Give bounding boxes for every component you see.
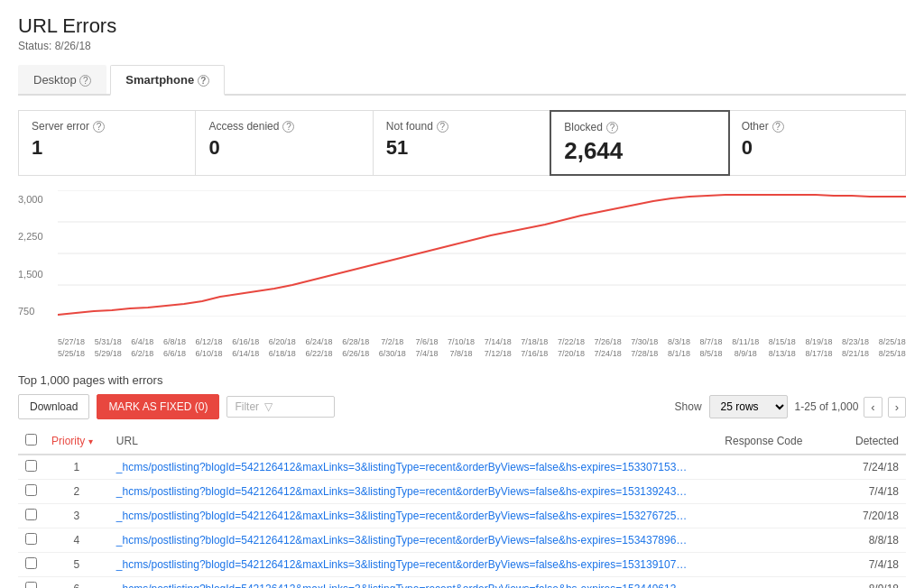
table-section: Top 1,000 pages with errors Download MAR… xyxy=(18,373,906,588)
page-status: Status: 8/26/18 xyxy=(18,40,906,52)
pagination-text: 1-25 of 1,000 xyxy=(795,400,859,413)
y-label-2250: 2,250 xyxy=(18,231,58,242)
row-checkbox-cell[interactable] xyxy=(18,455,44,480)
col-priority[interactable]: Priority ▾ xyxy=(44,428,109,455)
desktop-help-icon[interactable]: ? xyxy=(79,75,91,87)
other-value: 0 xyxy=(742,136,892,160)
other-label: Other xyxy=(742,120,769,133)
row-checkbox[interactable] xyxy=(25,582,37,588)
x-label: 8/11/188/9/18 xyxy=(732,336,759,359)
x-label: 6/24/186/22/18 xyxy=(305,336,332,359)
tabs-bar: Desktop ? Smartphone ? xyxy=(18,65,906,96)
row-checkbox[interactable] xyxy=(25,557,37,569)
row-priority: 3 xyxy=(44,504,109,528)
row-detected: 8/8/18 xyxy=(838,528,906,553)
y-label-1500: 1,500 xyxy=(18,269,58,280)
row-detected: 7/24/18 xyxy=(838,455,906,480)
metric-server-error[interactable]: Server error ? 1 xyxy=(19,111,196,175)
row-priority: 2 xyxy=(44,480,109,504)
select-all-checkbox[interactable] xyxy=(25,434,37,446)
row-checkbox-cell[interactable] xyxy=(18,528,44,553)
y-label-750: 750 xyxy=(18,306,58,317)
not-found-help-icon[interactable]: ? xyxy=(437,121,448,133)
x-label: 6/16/186/14/18 xyxy=(232,336,259,359)
table-header-row: Priority ▾ URL Response Code Detected xyxy=(18,428,906,455)
prev-page-button[interactable]: ‹ xyxy=(864,397,882,418)
row-response-code xyxy=(698,553,838,577)
row-priority: 4 xyxy=(44,528,109,553)
access-denied-help-icon[interactable]: ? xyxy=(282,121,294,133)
row-url[interactable]: _hcms/postlisting?blogId=542126412&maxLi… xyxy=(109,455,698,480)
filter-input-wrapper[interactable]: Filter ▽ xyxy=(226,396,335,418)
row-checkbox-cell[interactable] xyxy=(18,480,44,504)
page-container: URL Errors Status: 8/26/18 Desktop ? Sma… xyxy=(0,0,924,588)
row-priority: 1 xyxy=(44,455,109,480)
row-response-code xyxy=(698,528,838,553)
page-title: URL Errors xyxy=(18,14,906,38)
show-label: Show xyxy=(675,400,702,413)
x-label: 8/7/188/5/18 xyxy=(700,336,723,359)
table-row: 3 _hcms/postlisting?blogId=542126412&max… xyxy=(18,504,906,528)
row-detected: 7/20/18 xyxy=(838,504,906,528)
y-label-3000: 3,000 xyxy=(18,194,58,205)
not-found-label: Not found xyxy=(386,120,433,133)
blocked-help-icon[interactable]: ? xyxy=(606,122,618,133)
metric-not-found[interactable]: Not found ? 51 xyxy=(374,111,550,175)
other-help-icon[interactable]: ? xyxy=(772,121,784,133)
row-checkbox[interactable] xyxy=(25,509,37,520)
x-label: 5/31/185/29/18 xyxy=(95,336,122,359)
next-page-button[interactable]: › xyxy=(888,397,906,418)
row-priority: 6 xyxy=(44,577,109,588)
row-response-code xyxy=(698,480,838,504)
pagination-info: 1-25 of 1,000 ‹ › xyxy=(795,397,906,418)
row-url[interactable]: _hcms/postlisting?blogId=542126412&maxLi… xyxy=(109,504,698,528)
table-row: 5 _hcms/postlisting?blogId=542126412&max… xyxy=(18,553,906,577)
table-row: 1 _hcms/postlisting?blogId=542126412&max… xyxy=(18,455,906,480)
metric-blocked[interactable]: Blocked ? 2,644 xyxy=(550,110,729,176)
table-row: 4 _hcms/postlisting?blogId=542126412&max… xyxy=(18,528,906,553)
tab-desktop[interactable]: Desktop ? xyxy=(18,65,106,94)
not-found-value: 51 xyxy=(386,136,537,160)
rows-per-page-select[interactable]: 25 rows 50 rows 100 rows xyxy=(709,395,788,418)
chart-area: 3,000 2,250 1,500 750 5/27/185/25/18 5/3… xyxy=(18,190,906,359)
row-url[interactable]: _hcms/postlisting?blogId=542126412&maxLi… xyxy=(109,553,698,577)
table-row: 2 _hcms/postlisting?blogId=542126412&max… xyxy=(18,480,906,504)
errors-table: Priority ▾ URL Response Code Detected 1 … xyxy=(18,428,906,588)
x-label: 7/30/187/28/18 xyxy=(631,336,658,359)
row-checkbox[interactable] xyxy=(25,460,37,472)
x-label: 7/10/187/8/18 xyxy=(448,336,475,359)
metric-other[interactable]: Other ? 0 xyxy=(729,111,905,175)
row-url[interactable]: _hcms/postlisting?blogId=542126412&maxLi… xyxy=(109,528,698,553)
x-label: 8/15/188/13/18 xyxy=(769,336,796,359)
col-url: URL xyxy=(109,428,698,455)
row-checkbox[interactable] xyxy=(25,484,37,496)
x-label: 8/25/188/25/18 xyxy=(879,336,906,359)
x-label: 8/3/188/1/18 xyxy=(668,336,690,359)
x-label: 8/19/188/17/18 xyxy=(805,336,832,359)
row-url[interactable]: _hcms/postlisting?blogId=542126412&maxLi… xyxy=(109,577,698,588)
tab-smartphone[interactable]: Smartphone ? xyxy=(110,65,224,96)
x-axis: 5/27/185/25/18 5/31/185/29/18 6/4/186/2/… xyxy=(58,336,906,359)
download-button[interactable]: Download xyxy=(18,394,89,419)
row-detected: 7/4/18 xyxy=(838,553,906,577)
row-checkbox[interactable] xyxy=(25,533,37,545)
table-section-title: Top 1,000 pages with errors xyxy=(18,373,906,387)
row-checkbox-cell[interactable] xyxy=(18,577,44,588)
row-priority: 5 xyxy=(44,553,109,577)
x-label: 7/6/187/4/18 xyxy=(415,336,438,359)
smartphone-help-icon[interactable]: ? xyxy=(198,75,209,87)
row-checkbox-cell[interactable] xyxy=(18,553,44,577)
row-detected: 7/4/18 xyxy=(838,480,906,504)
access-denied-label: Access denied xyxy=(208,120,279,133)
blocked-value: 2,644 xyxy=(564,137,715,165)
row-checkbox-cell[interactable] xyxy=(18,504,44,528)
row-response-code xyxy=(698,577,838,588)
blocked-label: Blocked xyxy=(564,121,603,133)
metric-access-denied[interactable]: Access denied ? 0 xyxy=(196,111,373,175)
x-label: 7/2/186/30/18 xyxy=(379,336,406,359)
row-url[interactable]: _hcms/postlisting?blogId=542126412&maxLi… xyxy=(109,480,698,504)
server-error-help-icon[interactable]: ? xyxy=(93,121,105,133)
x-label: 7/26/187/24/18 xyxy=(595,336,622,359)
mark-fixed-button[interactable]: MARK AS FIXED (0) xyxy=(97,394,219,419)
row-response-code xyxy=(698,504,838,528)
